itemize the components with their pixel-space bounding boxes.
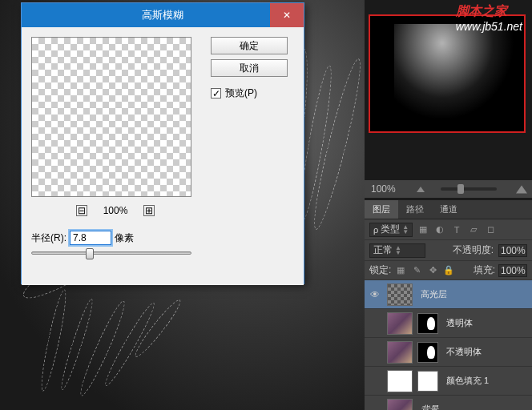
panel-tabs: 图层 路径 通道 <box>365 200 532 219</box>
radius-unit: 像素 <box>115 231 134 245</box>
layer-name[interactable]: 颜色填充 1 <box>446 375 489 387</box>
visibility-toggle[interactable] <box>368 374 382 388</box>
layer-name[interactable]: 透明体 <box>446 317 473 329</box>
layer-thumbnail[interactable] <box>387 341 413 364</box>
lock-all-icon[interactable]: 🔒 <box>442 264 455 277</box>
layers-panel: ρ 类型 ▲▼ ▦ ◐ T ▱ ◻ 正常 ▲▼ 不透明度: 100% 锁定: ▦… <box>365 219 532 410</box>
visibility-toggle[interactable] <box>368 345 382 360</box>
zoom-in-button[interactable]: ⊞ <box>143 205 155 216</box>
visibility-toggle[interactable] <box>368 316 382 331</box>
lock-transparent-icon[interactable]: ▦ <box>394 264 407 277</box>
tab-paths[interactable]: 路径 <box>398 200 432 219</box>
layer-row[interactable]: 👁 高光层 <box>365 280 532 309</box>
zoom-out-button[interactable]: ⊟ <box>76 205 87 216</box>
layer-name[interactable]: 高光层 <box>421 288 447 300</box>
visibility-toggle[interactable]: 👁 <box>368 287 382 302</box>
blend-mode-select[interactable]: 正常 ▲▼ <box>369 243 425 258</box>
tab-channels[interactable]: 通道 <box>432 200 466 219</box>
radius-input[interactable] <box>70 231 111 245</box>
layer-name[interactable]: 背景 <box>421 404 438 410</box>
navigator-zoom-bar: 100% <box>365 180 532 198</box>
checkmark-icon: ✓ <box>212 88 220 99</box>
layer-row[interactable]: 透明体 <box>365 309 532 338</box>
layer-row[interactable]: 颜色填充 1 <box>365 367 532 396</box>
layer-thumbnail[interactable] <box>387 283 413 306</box>
layer-row[interactable]: 背景 <box>365 396 532 410</box>
layer-name[interactable]: 不透明体 <box>446 346 482 358</box>
layer-thumbnail[interactable] <box>387 370 413 392</box>
zoom-in-icon[interactable] <box>516 185 527 193</box>
nav-zoom-slider[interactable] <box>441 187 497 191</box>
radius-slider[interactable] <box>31 251 191 255</box>
filter-type-icon[interactable]: T <box>450 223 463 236</box>
dialog-titlebar[interactable]: 高斯模糊 ✕ <box>22 3 304 27</box>
lock-pixels-icon[interactable]: ✎ <box>410 264 423 277</box>
navigator-image <box>394 24 514 120</box>
ok-button[interactable]: 确定 <box>211 37 288 54</box>
slider-thumb[interactable] <box>86 248 94 259</box>
layer-thumbnail[interactable] <box>387 312 413 335</box>
slider-thumb[interactable] <box>457 184 464 194</box>
preview-checkbox-label: 预览(P) <box>225 86 257 100</box>
lock-position-icon[interactable]: ✥ <box>426 264 439 277</box>
visibility-toggle[interactable] <box>368 403 382 411</box>
layer-mask-thumbnail[interactable] <box>417 371 438 392</box>
zoom-out-icon[interactable] <box>417 187 425 192</box>
close-button[interactable]: ✕ <box>270 3 304 27</box>
filter-kind-select[interactable]: ρ 类型 ▲▼ <box>369 223 413 237</box>
opacity-label: 不透明度: <box>453 243 494 257</box>
filter-pixel-icon[interactable]: ▦ <box>417 223 429 236</box>
layer-row[interactable]: 不透明体 <box>365 338 532 367</box>
dialog-title: 高斯模糊 <box>22 8 304 22</box>
minus-icon: ⊟ <box>78 205 86 216</box>
filter-smart-icon[interactable]: ◻ <box>484 223 497 236</box>
gaussian-blur-dialog: 高斯模糊 ✕ ⊟ 100% ⊞ 半径(R): 像素 确定 取消 ✓ <box>21 2 304 284</box>
filter-adjust-icon[interactable]: ◐ <box>433 223 446 236</box>
layer-mask-thumbnail[interactable] <box>417 342 438 363</box>
nav-zoom-value: 100% <box>371 183 396 195</box>
watermark: 脚本之家 www.jb51.net <box>456 3 522 33</box>
layer-thumbnail[interactable] <box>387 399 413 411</box>
tab-layers[interactable]: 图层 <box>365 200 398 219</box>
zoom-percent: 100% <box>103 205 128 216</box>
fill-label: 填充: <box>474 263 495 277</box>
preview-checkbox[interactable]: ✓ <box>211 88 221 98</box>
radius-label: 半径(R): <box>31 231 66 245</box>
close-icon: ✕ <box>283 10 291 21</box>
lock-label: 锁定: <box>369 263 391 277</box>
layer-mask-thumbnail[interactable] <box>417 313 438 334</box>
filter-preview[interactable] <box>31 37 191 197</box>
filter-shape-icon[interactable]: ▱ <box>467 223 480 236</box>
opacity-input[interactable]: 100% <box>498 244 527 257</box>
plus-icon: ⊞ <box>145 205 153 216</box>
fill-input[interactable]: 100% <box>498 264 527 277</box>
cancel-button[interactable]: 取消 <box>211 59 288 77</box>
